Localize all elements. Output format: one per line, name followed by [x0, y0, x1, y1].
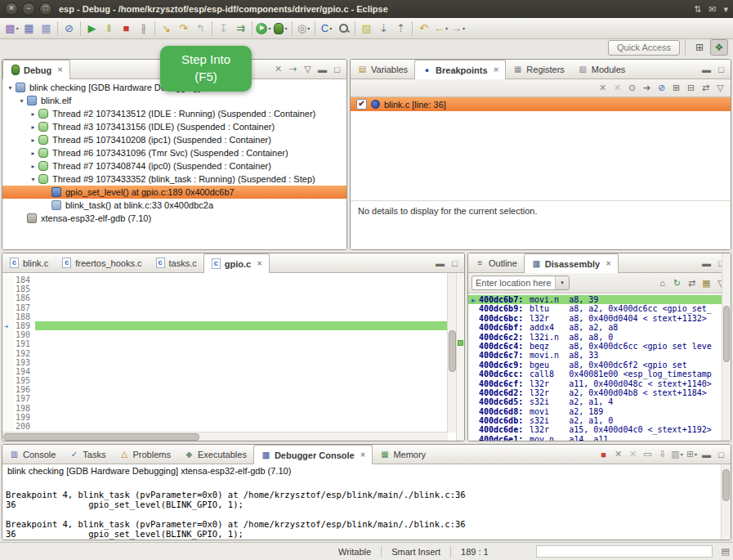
run-button[interactable]: ▾	[255, 20, 272, 38]
disassembly-line[interactable]: ▶ 400dc6cf: l32r a11, 0x400d048c <_stext…	[468, 379, 731, 388]
network-indicator[interactable]: ⇅	[694, 4, 701, 15]
editor-code-line[interactable]: ➔ 195 }	[2, 376, 448, 385]
forward-button[interactable]: → ▾	[449, 20, 467, 38]
editor-code-line[interactable]: ➔ 197 if (gpio_num < 32) {	[2, 394, 448, 403]
annotation-ruler[interactable]: ➔	[2, 284, 14, 293]
console-scrollbar[interactable]	[721, 464, 731, 540]
editor-code-line[interactable]: ➔ 198 GPIO.out_w1tc = (1 << gpio_num);	[2, 404, 448, 413]
debug-tree-row[interactable]: Thread #3 1073413156 (IDLE) (Suspended :…	[2, 120, 346, 133]
disassembly-line[interactable]: ▶ 400dc6e1: mov.n a14, a11	[468, 435, 731, 441]
editor-code-line[interactable]: ➔ 188 {	[2, 312, 448, 321]
external-tools-button[interactable]: ◎ ▾	[295, 20, 312, 38]
editor-code-line[interactable]: ➔ 192 GPIO.out_w1ts = (1 << gpio_num);	[2, 349, 448, 358]
maximize-button[interactable]: □	[39, 2, 52, 16]
annotation-ruler[interactable]: ➔	[2, 422, 14, 431]
maximize-icon[interactable]: □	[330, 62, 344, 77]
view-menu-icon[interactable]: ▽	[713, 81, 727, 96]
perspective-debug-button[interactable]: ❖	[710, 39, 728, 56]
tab-tasks-c[interactable]: tasks.c ✕	[149, 253, 203, 272]
dropdown-arrow-icon[interactable]: ▾	[445, 25, 448, 31]
separator[interactable]: ▾	[315, 21, 315, 36]
step-over-button[interactable]: ↷ ▾	[175, 20, 192, 38]
dropdown-arrow-icon[interactable]: ▾	[695, 451, 697, 457]
disassembly-listing[interactable]: ▶ 400dc6b7: movi.n a8, 39 ▶ 400dc6b9: bl…	[468, 293, 731, 441]
tab-disassembly[interactable]: Disassembly ✕	[524, 253, 619, 273]
terminate-button[interactable]: ■ ▾	[118, 20, 135, 38]
code-editor[interactable]: ➔ 184 return ESP_OK; ➔ 185 }	[2, 273, 464, 441]
display-selected-console-icon[interactable]: ▥ ▾	[670, 447, 684, 462]
remove-all-launches-icon[interactable]: ✕ ▾	[626, 447, 640, 462]
suspend-button[interactable]: ‖ ▾	[101, 20, 118, 38]
editor-code-line[interactable]: ➔ 186	[2, 293, 448, 302]
step-into-button[interactable]: ↘ ▾	[158, 20, 175, 38]
editor-code-line[interactable]: ➔ 194 GPIO.out1_w1ts.data = (1 << (gpio_…	[2, 367, 448, 376]
annotation-ruler[interactable]: ➔	[2, 339, 14, 348]
terminate-console-icon[interactable]: ■ ▾	[597, 447, 610, 462]
expand-arrow-icon[interactable]	[17, 97, 26, 105]
editor-code-line[interactable]: ➔ 187 esp_err_t gpio_set_level(gpio_num_…	[2, 303, 448, 312]
home-icon[interactable]: ⌂	[655, 276, 669, 290]
expand-arrow-icon[interactable]	[29, 137, 38, 144]
separator[interactable]: ▾	[212, 21, 212, 36]
collapse-all-icon[interactable]: ⊟	[684, 81, 698, 96]
minimize-button[interactable]: −	[22, 2, 35, 16]
skip-all-breakpoints-button[interactable]: ⊘ ▾	[60, 20, 78, 38]
remove-breakpoint-icon[interactable]: ✕	[596, 81, 610, 96]
tab-freertos-hooks-c[interactable]: freertos_hooks.c ✕	[55, 253, 148, 272]
annotation-ruler[interactable]: ➔	[2, 404, 14, 413]
tab-tasks[interactable]: Tasks ✕	[62, 445, 112, 464]
annotation-ruler[interactable]: ➔	[2, 376, 14, 385]
editor-horizontal-scrollbar[interactable]	[2, 432, 448, 441]
separator[interactable]: ▾	[412, 21, 413, 36]
annotation-ruler[interactable]: ➔	[2, 367, 14, 376]
sync-active-context-icon[interactable]: ⇄	[685, 276, 699, 290]
minimize-icon[interactable]: ▬	[699, 256, 713, 271]
save-all-button[interactable]: ▦ ▾	[38, 20, 55, 38]
new-c-cpp-button[interactable]: C ▾	[318, 20, 335, 38]
last-edit-location-button[interactable]: ↶ ▾	[415, 20, 432, 38]
overview-ruler[interactable]	[456, 273, 464, 441]
debug-tree-row[interactable]: blink_task() at blink.c:33 0x400dbc2a	[2, 199, 346, 212]
line-number[interactable]: 193	[14, 358, 35, 367]
close-button[interactable]: ✕	[5, 2, 18, 16]
remove-launch-icon[interactable]: ✕ ▾	[611, 447, 625, 462]
chevron-down-icon[interactable]: ▾	[555, 276, 569, 289]
separator[interactable]: ▾	[292, 21, 293, 36]
debug-tree-row[interactable]: Thread #5 1073410208 (ipc1) (Suspended :…	[2, 133, 346, 146]
line-number[interactable]: 184	[14, 276, 35, 284]
view-menu-icon[interactable]: ▽	[301, 62, 315, 77]
line-number[interactable]: 188	[14, 312, 35, 321]
minimize-icon[interactable]: ▬	[315, 62, 329, 77]
annotation-ruler[interactable]: ➔	[2, 358, 14, 367]
tab-gpio-c[interactable]: gpio.c ✕	[203, 253, 270, 273]
annotation-ruler[interactable]: ➔	[2, 349, 14, 358]
line-number[interactable]: 192	[14, 349, 35, 358]
line-number[interactable]: 186	[14, 293, 35, 302]
remove-all-breakpoints-icon[interactable]: ✕	[610, 81, 624, 96]
debug-button[interactable]: ▾	[272, 20, 289, 38]
disassembly-line[interactable]: ▶ 400dc6bc: l32r a8, 0x400d0404 <_stext+…	[468, 314, 731, 323]
tab-debug[interactable]: Debug ✕	[2, 60, 70, 79]
disassembly-line[interactable]: ▶ 400dc6b7: movi.n a8, 39	[468, 295, 731, 304]
session-menu-indicator[interactable]: ▾	[723, 4, 728, 15]
tab-registers[interactable]: Registers ✕	[506, 60, 570, 78]
annotation-ruler[interactable]: ➔	[2, 303, 14, 312]
debug-tree-row[interactable]: gpio_set_level() at gpio.c:189 0x400dc6b…	[2, 186, 346, 199]
debug-tree-row[interactable]: Thread #7 1073408744 (ipc0) (Suspended :…	[2, 159, 346, 172]
location-combo[interactable]: Enter location here ▾	[472, 276, 570, 290]
line-number[interactable]: 190	[14, 330, 35, 339]
separator[interactable]: ▾	[80, 21, 81, 36]
tab-breakpoints[interactable]: Breakpoints ✕	[414, 60, 506, 79]
editor-code-line[interactable]: ➔ 185 }	[2, 284, 448, 293]
editor-code-line[interactable]: ➔ 189 GPIO_CHECK(GPIO_IS_VALID_OUTPUT_GP…	[2, 321, 448, 330]
remove-all-terminated-icon[interactable]: ✕	[271, 62, 285, 77]
tab-console[interactable]: Console ✕	[2, 445, 62, 464]
instruction-stepping-mode-icon[interactable]: ⇢	[286, 62, 300, 77]
maximize-icon[interactable]: □	[714, 62, 728, 77]
disassembly-line[interactable]: ▶ 400dc6c2: l32i.n a8, a8, 0	[468, 333, 731, 342]
debugger-console[interactable]: blink checking [GDB Hardware Debugging] …	[2, 464, 731, 540]
annotation-ruler[interactable]: ➔	[2, 293, 14, 302]
instruction-stepping-button[interactable]: ⇉ ▾	[232, 20, 249, 38]
line-number[interactable]: 195	[14, 376, 35, 385]
show-breakpoints-supported-icon[interactable]: ⊙	[625, 81, 639, 96]
